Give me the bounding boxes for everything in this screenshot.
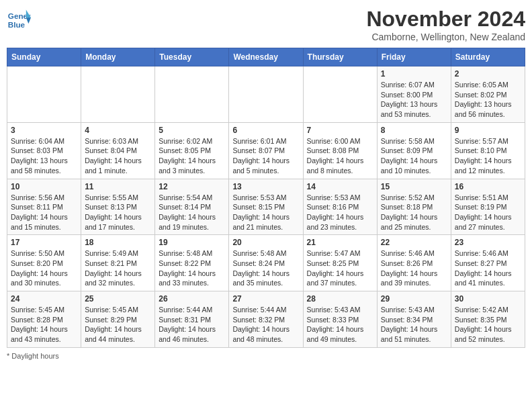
day-number: 26 <box>159 294 225 304</box>
day-number: 20 <box>232 238 299 247</box>
day-info: Sunrise: 5:43 AMSunset: 8:34 PMDaylight:… <box>381 305 447 345</box>
day-cell: 12Sunrise: 5:54 AMSunset: 8:14 PMDayligh… <box>155 179 229 235</box>
header-row: SundayMondayTuesdayWednesdayThursdayFrid… <box>7 48 525 66</box>
day-info: Sunrise: 5:51 AMSunset: 8:19 PMDaylight:… <box>455 193 521 232</box>
day-info: Sunrise: 5:44 AMSunset: 8:31 PMDaylight:… <box>159 305 225 345</box>
day-number: 21 <box>307 238 373 247</box>
day-number: 19 <box>159 238 225 247</box>
day-info: Sunrise: 5:45 AMSunset: 8:29 PMDaylight:… <box>85 305 151 345</box>
day-info: Sunrise: 5:53 AMSunset: 8:16 PMDaylight:… <box>307 193 373 232</box>
day-cell: 17Sunrise: 5:50 AMSunset: 8:20 PMDayligh… <box>7 235 81 291</box>
day-info: Sunrise: 5:52 AMSunset: 8:18 PMDaylight:… <box>381 193 447 232</box>
day-cell: 27Sunrise: 5:44 AMSunset: 8:32 PMDayligh… <box>229 291 303 348</box>
calendar-table: SundayMondayTuesdayWednesdayThursdayFrid… <box>7 48 525 348</box>
title-block: November 2024 Camborne, Wellington, New … <box>366 7 525 42</box>
day-cell: 3Sunrise: 6:04 AMSunset: 8:03 PMDaylight… <box>7 122 81 179</box>
day-number: 4 <box>85 126 151 135</box>
col-header-saturday: Saturday <box>451 48 525 66</box>
day-number: 9 <box>455 126 521 135</box>
day-info: Sunrise: 5:58 AMSunset: 8:09 PMDaylight:… <box>381 136 447 176</box>
day-cell <box>7 66 81 123</box>
col-header-sunday: Sunday <box>7 48 81 66</box>
daylight-note: Daylight hours <box>11 352 58 360</box>
page-header: General Blue November 2024 Camborne, Wel… <box>7 7 525 42</box>
day-cell: 19Sunrise: 5:48 AMSunset: 8:22 PMDayligh… <box>155 235 229 291</box>
day-number: 5 <box>159 126 225 135</box>
footer-note: * Daylight hours <box>7 352 525 360</box>
week-row-5: 24Sunrise: 5:45 AMSunset: 8:28 PMDayligh… <box>7 291 525 348</box>
day-number: 10 <box>11 182 77 191</box>
day-info: Sunrise: 5:46 AMSunset: 8:27 PMDaylight:… <box>455 248 521 288</box>
day-cell: 24Sunrise: 5:45 AMSunset: 8:28 PMDayligh… <box>7 291 81 348</box>
day-number: 2 <box>455 69 521 79</box>
day-cell: 28Sunrise: 5:43 AMSunset: 8:33 PMDayligh… <box>303 291 377 348</box>
day-cell: 10Sunrise: 5:56 AMSunset: 8:11 PMDayligh… <box>7 179 81 235</box>
col-header-friday: Friday <box>377 48 451 66</box>
day-info: Sunrise: 6:03 AMSunset: 8:04 PMDaylight:… <box>85 136 151 176</box>
day-cell <box>229 66 303 123</box>
day-number: 16 <box>455 182 521 191</box>
day-cell: 21Sunrise: 5:47 AMSunset: 8:25 PMDayligh… <box>303 235 377 291</box>
calendar-body: 1Sunrise: 6:07 AMSunset: 8:00 PMDaylight… <box>7 66 525 348</box>
logo: General Blue <box>7 7 31 31</box>
day-number: 6 <box>232 126 299 135</box>
col-header-wednesday: Wednesday <box>229 48 303 66</box>
day-number: 25 <box>85 294 151 304</box>
day-cell: 23Sunrise: 5:46 AMSunset: 8:27 PMDayligh… <box>451 235 525 291</box>
day-number: 7 <box>307 126 373 135</box>
day-number: 8 <box>381 126 447 135</box>
day-info: Sunrise: 5:44 AMSunset: 8:32 PMDaylight:… <box>232 305 299 345</box>
day-info: Sunrise: 6:07 AMSunset: 8:00 PMDaylight:… <box>381 80 447 120</box>
day-cell: 6Sunrise: 6:01 AMSunset: 8:07 PMDaylight… <box>229 122 303 179</box>
day-info: Sunrise: 5:55 AMSunset: 8:13 PMDaylight:… <box>85 193 151 232</box>
day-info: Sunrise: 6:05 AMSunset: 8:02 PMDaylight:… <box>455 80 521 120</box>
col-header-tuesday: Tuesday <box>155 48 229 66</box>
day-number: 27 <box>232 294 299 304</box>
day-cell: 25Sunrise: 5:45 AMSunset: 8:29 PMDayligh… <box>81 291 155 348</box>
day-cell: 11Sunrise: 5:55 AMSunset: 8:13 PMDayligh… <box>81 179 155 235</box>
day-info: Sunrise: 5:54 AMSunset: 8:14 PMDaylight:… <box>159 193 225 232</box>
day-number: 18 <box>85 238 151 247</box>
day-cell <box>155 66 229 123</box>
day-cell: 16Sunrise: 5:51 AMSunset: 8:19 PMDayligh… <box>451 179 525 235</box>
location: Camborne, Wellington, New Zealand <box>366 32 525 42</box>
day-info: Sunrise: 6:04 AMSunset: 8:03 PMDaylight:… <box>11 136 77 176</box>
day-info: Sunrise: 5:48 AMSunset: 8:22 PMDaylight:… <box>159 248 225 288</box>
logo-icon: General Blue <box>7 7 31 31</box>
day-info: Sunrise: 5:48 AMSunset: 8:24 PMDaylight:… <box>232 248 299 288</box>
day-number: 1 <box>381 69 447 79</box>
day-number: 29 <box>381 294 447 304</box>
day-cell: 2Sunrise: 6:05 AMSunset: 8:02 PMDaylight… <box>451 66 525 123</box>
svg-marker-3 <box>26 17 31 24</box>
day-cell: 29Sunrise: 5:43 AMSunset: 8:34 PMDayligh… <box>377 291 451 348</box>
day-info: Sunrise: 6:02 AMSunset: 8:05 PMDaylight:… <box>159 136 225 176</box>
day-info: Sunrise: 6:00 AMSunset: 8:08 PMDaylight:… <box>307 136 373 176</box>
day-cell: 14Sunrise: 5:53 AMSunset: 8:16 PMDayligh… <box>303 179 377 235</box>
day-cell: 13Sunrise: 5:53 AMSunset: 8:15 PMDayligh… <box>229 179 303 235</box>
day-cell <box>303 66 377 123</box>
day-number: 11 <box>85 182 151 191</box>
day-info: Sunrise: 5:42 AMSunset: 8:35 PMDaylight:… <box>455 305 521 345</box>
day-info: Sunrise: 5:46 AMSunset: 8:26 PMDaylight:… <box>381 248 447 288</box>
week-row-2: 3Sunrise: 6:04 AMSunset: 8:03 PMDaylight… <box>7 122 525 179</box>
day-number: 23 <box>455 238 521 247</box>
day-cell: 1Sunrise: 6:07 AMSunset: 8:00 PMDaylight… <box>377 66 451 123</box>
day-number: 12 <box>159 182 225 191</box>
day-info: Sunrise: 5:49 AMSunset: 8:21 PMDaylight:… <box>85 248 151 288</box>
month-year: November 2024 <box>366 7 525 32</box>
day-cell: 26Sunrise: 5:44 AMSunset: 8:31 PMDayligh… <box>155 291 229 348</box>
day-cell: 4Sunrise: 6:03 AMSunset: 8:04 PMDaylight… <box>81 122 155 179</box>
day-number: 15 <box>381 182 447 191</box>
day-cell: 8Sunrise: 5:58 AMSunset: 8:09 PMDaylight… <box>377 122 451 179</box>
day-number: 22 <box>381 238 447 247</box>
day-info: Sunrise: 5:57 AMSunset: 8:10 PMDaylight:… <box>455 136 521 176</box>
day-cell: 5Sunrise: 6:02 AMSunset: 8:05 PMDaylight… <box>155 122 229 179</box>
col-header-thursday: Thursday <box>303 48 377 66</box>
week-row-1: 1Sunrise: 6:07 AMSunset: 8:00 PMDaylight… <box>7 66 525 123</box>
day-info: Sunrise: 6:01 AMSunset: 8:07 PMDaylight:… <box>232 136 299 176</box>
day-info: Sunrise: 5:47 AMSunset: 8:25 PMDaylight:… <box>307 248 373 288</box>
week-row-4: 17Sunrise: 5:50 AMSunset: 8:20 PMDayligh… <box>7 235 525 291</box>
day-number: 24 <box>11 294 77 304</box>
day-number: 28 <box>307 294 373 304</box>
day-info: Sunrise: 5:45 AMSunset: 8:28 PMDaylight:… <box>11 305 77 345</box>
